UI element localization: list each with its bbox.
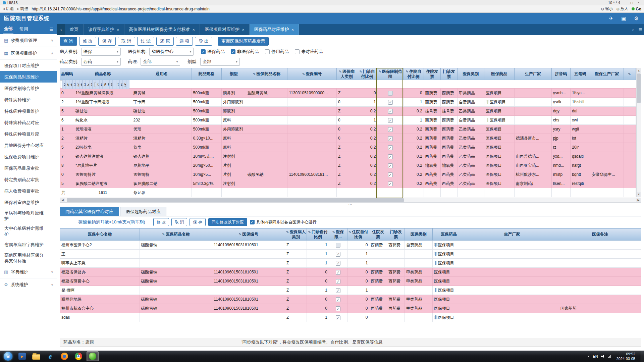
sidebar-item[interactable]: 特殊病种药品对应 [0,117,57,128]
cell[interactable] [624,116,636,125]
cell[interactable]: 挂号费 [424,107,440,116]
table-row[interactable]: 01%盐酸麻黄碱滴鼻液麻黄碱500ml/瓶滴鼻剂盐酸麻黄碱11303105109… [60,89,636,98]
his-app-icon[interactable] [87,351,99,361]
sidebar-tab-common[interactable]: 常用 [19,24,29,34]
cell[interactable]: 10mg×5... [192,170,221,179]
column-header[interactable]: ✎医保药品名称 [140,228,212,241]
row-checkbox[interactable] [336,315,340,320]
column-header[interactable]: ✎医保编号 [287,68,337,80]
cell[interactable]: 医保项目 [432,304,465,313]
hamburger-icon[interactable]: ☰ [49,27,53,32]
cell[interactable]: pjp [551,134,571,143]
cell[interactable] [287,98,337,107]
cell[interactable] [465,295,559,304]
cell[interactable]: 安徽华源生... [123,80,126,89]
table-row[interactable]: 5氯胺酸二钠注射液氯屈膦酸二钠5ml:0.3g/瓶注射剂Z0.20.2西药费西药… [60,179,636,188]
cell[interactable] [465,250,559,259]
cell[interactable]: 0.2 [357,125,377,134]
column-header[interactable]: 医保中心名称 [60,228,140,241]
cell[interactable] [246,107,287,116]
cell[interactable] [405,259,432,268]
cell[interactable] [377,143,403,152]
cell[interactable]: 1 [307,259,329,268]
toolbar-button[interactable]: 选 项 [176,37,193,46]
sidebar-tab-all[interactable]: 全部 [3,24,13,34]
cell[interactable] [377,89,403,98]
cell[interactable] [465,241,559,250]
tabs-scroll-left-icon[interactable]: ‹ [57,24,65,35]
cell[interactable]: 外用溶液剂 [221,98,246,107]
cell[interactable] [387,313,405,322]
column-header[interactable]: 医保药品 [484,68,514,80]
cell[interactable]: 联网异地保 [60,295,140,304]
cell[interactable]: 20 [62,80,66,89]
sidebar-item[interactable]: 医保药品目录审批 [0,162,57,174]
cell[interactable]: 尼莫地平 [132,161,192,170]
cell[interactable]: 11401096015031810501 [212,268,285,277]
cell[interactable]: 0.2 [403,170,424,179]
cell[interactable]: 碳酸氢钠 [140,268,212,277]
sidebar-group[interactable]: ▤收费项目管理∨ [0,34,57,47]
tab[interactable]: 首页 [65,24,84,35]
cell[interactable]: 碘甘油 [74,107,132,116]
table-row[interactable]: 联网异地保碳酸氢钠11401096015031810501Z00西药费西药费甲类… [60,295,641,304]
cell[interactable] [590,98,624,107]
cell[interactable]: 0 [60,89,74,98]
language-indicator[interactable]: EN [593,354,598,358]
cell[interactable]: 乙类药品 [458,179,484,188]
cell[interactable]: 优琐 [132,125,192,134]
column-header[interactable]: 门诊发票 [440,68,457,80]
column-header[interactable]: 药品规格 [192,68,221,80]
cell[interactable]: 福建省保健办 [60,268,140,277]
cell[interactable]: mlstp [551,170,571,179]
cell[interactable]: 德清县新市... [514,134,551,143]
cell[interactable]: 碘甘油 [132,107,192,116]
cell[interactable]: 0 [347,295,369,304]
column-header[interactable]: ✎医保限制范围 [377,68,403,80]
sidebar-item[interactable]: 特殊病种项目维护 [0,105,57,117]
cell[interactable]: Z [336,152,357,161]
cell[interactable] [624,170,636,179]
cell[interactable]: 西药费 [369,277,387,286]
horizontal-scrollbar[interactable]: ◀ ▶ [60,198,641,203]
tabs-scroll-right-icon[interactable]: › [629,24,637,35]
toolbar-button[interactable]: 修 改 [79,37,97,46]
cell[interactable]: 1 [60,125,74,134]
table-row[interactable]: 20碳酸氢钠滴耳液碳酸氢钠10ml/支滴耳剂碳酸氢钠11401096015031… [60,80,100,88]
update-invoice-button[interactable]: 更新医保对应药品发票 [218,37,269,46]
cell[interactable]: 1 [347,286,369,295]
cell[interactable]: 非医保项目 [432,313,465,322]
cell[interactable]: 西药费 [103,80,106,89]
cell[interactable]: 西药费 [99,80,103,89]
volume-icon[interactable] [601,354,605,358]
cell[interactable]: 非医保项目 [484,98,514,107]
row-checkbox[interactable] [388,136,393,141]
cell[interactable] [377,116,403,125]
dosage-form-select[interactable]: 全部▾ [200,58,240,66]
scroll-down-icon[interactable]: ▼ [637,192,641,197]
cell[interactable] [140,286,212,295]
window-copy-icon[interactable]: ▣ [621,15,626,21]
bottom-tab[interactable]: 医保超标药品对应 [120,207,166,216]
cell[interactable]: 西药费 [440,170,457,179]
cell[interactable]: 自费药品 [106,80,109,89]
checkbox-icon[interactable] [250,220,255,224]
cell[interactable]: 0.2 [357,107,377,116]
cell[interactable]: 0.2 [357,152,377,161]
cell[interactable] [590,134,624,143]
cell[interactable]: 20mg×50... [192,161,221,170]
cell[interactable]: 0.2 [357,179,377,188]
zoom-out-button[interactable]: ⊖缩小 [601,6,613,12]
firefox-icon[interactable] [58,351,70,361]
cell[interactable]: Z [285,295,307,304]
cell[interactable]: 甲类药品 [405,304,432,313]
close-icon[interactable]: × [193,27,195,32]
cell[interactable]: 盐酸麻黄碱 [246,89,287,98]
cell[interactable]: 0.2 [403,134,424,143]
cell[interactable]: 医保项目 [432,277,465,286]
cell[interactable] [465,304,559,313]
cell[interactable]: 医保项目 [484,107,514,116]
toolbar-button[interactable]: 取 消 [118,37,135,46]
cell[interactable]: 0 [336,134,357,143]
cell[interactable] [405,313,432,322]
